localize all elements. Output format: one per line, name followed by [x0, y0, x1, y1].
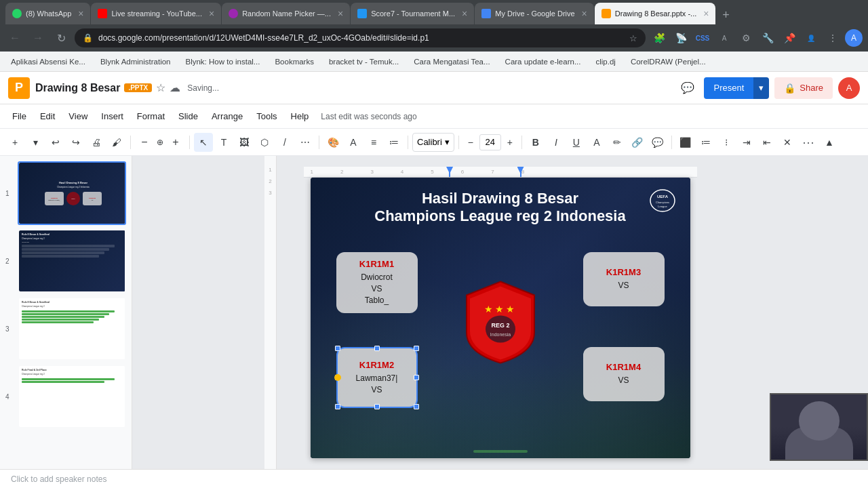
comment-button[interactable]: 💬	[648, 133, 667, 152]
more-options-button[interactable]: ⋯	[798, 135, 818, 150]
match-box-4[interactable]: K1R1M4 VS	[583, 347, 665, 401]
handle-tl[interactable]	[335, 346, 340, 351]
speaker-notes[interactable]: Click to add speaker notes	[0, 469, 868, 488]
menu-file[interactable]: File	[5, 108, 33, 124]
ext3-icon[interactable]: 🔧	[758, 28, 777, 47]
menu-tools[interactable]: Tools	[250, 108, 283, 124]
handle-mr[interactable]	[414, 375, 419, 380]
slide-4-thumb[interactable]: Rule Final & 3rd Place Champions League …	[18, 365, 126, 428]
forward-button[interactable]: →	[28, 28, 47, 47]
star-icon[interactable]: ☆	[156, 81, 165, 94]
zoom-out-button[interactable]: −	[135, 133, 154, 152]
bookmark-star-icon[interactable]: ☆	[629, 33, 637, 43]
yellow-corner-handle[interactable]	[334, 374, 341, 381]
back-button[interactable]: ←	[5, 28, 24, 47]
reload-button[interactable]: ↻	[52, 28, 71, 47]
format-clear-button[interactable]: ✕	[778, 133, 797, 152]
menu-slide[interactable]: Slide	[172, 108, 205, 124]
bold-button[interactable]: B	[526, 133, 545, 152]
share-button[interactable]: 🔒 Share	[774, 77, 833, 99]
content-area[interactable]: 123 12345678	[132, 156, 868, 469]
bookmark-absensi[interactable]: Aplikasi Absensi Ke...	[5, 56, 91, 67]
match-box-2[interactable]: K1R1M2 Lawman37| VS	[336, 347, 418, 408]
menu-dots-icon[interactable]: ⋮	[823, 28, 842, 47]
font-size-input[interactable]	[479, 134, 501, 150]
tab-picker-close[interactable]: ×	[338, 8, 343, 19]
menu-format[interactable]: Format	[130, 108, 172, 124]
ext2-icon[interactable]: ⚙	[736, 28, 755, 47]
zoom-in-button[interactable]: +	[166, 133, 185, 152]
paint-format-button[interactable]: 🖌	[107, 133, 126, 152]
present-button[interactable]: Present	[704, 77, 753, 99]
bookmark-bookmarks[interactable]: Bookmarks	[269, 56, 319, 67]
font-size-increase[interactable]: +	[502, 135, 517, 150]
link-button[interactable]: 🔗	[628, 133, 647, 152]
tab-score7[interactable]: Score7 - Tournament M... ×	[351, 3, 474, 24]
present-dropdown-button[interactable]: ▾	[753, 77, 769, 99]
tab-whatsapp[interactable]: (8) WhatsApp ×	[5, 3, 90, 24]
menu-insert[interactable]: Insert	[94, 108, 130, 124]
add-dropdown-button[interactable]: ▾	[26, 133, 45, 152]
text-color-u-button[interactable]: A	[587, 133, 606, 152]
handle-bm[interactable]	[374, 404, 380, 409]
tab-drive-close[interactable]: ×	[582, 8, 587, 19]
font-size-decrease[interactable]: −	[463, 135, 478, 150]
bookmark-cara1[interactable]: Cara Mengatasi Tea...	[408, 56, 495, 67]
print-button[interactable]: 🖨	[87, 133, 106, 152]
ext1-icon[interactable]: A	[715, 28, 734, 47]
tab-youtube[interactable]: Live streaming - YouTube... ×	[91, 3, 221, 24]
cloud-icon[interactable]: ☁	[170, 81, 180, 94]
menu-edit[interactable]: Edit	[33, 108, 62, 124]
address-bar[interactable]: 🔒 docs.google.com/presentation/d/12UWetD…	[75, 28, 646, 47]
extensions-icon[interactable]: 🧩	[650, 28, 669, 47]
comments-button[interactable]: 💬	[677, 77, 698, 99]
align-button[interactable]: ≡	[364, 133, 383, 152]
more-shapes-button[interactable]: ⋯	[296, 133, 315, 152]
outdent-button[interactable]: ⇤	[757, 133, 776, 152]
handle-bl[interactable]	[335, 404, 340, 409]
menu-view[interactable]: View	[62, 108, 94, 124]
bookmark-bracket[interactable]: bracket tv - Temuk...	[323, 56, 404, 67]
cursor-button[interactable]: ↖	[194, 133, 213, 152]
highlight-button[interactable]: ✏	[608, 133, 627, 152]
image-button[interactable]: 🖼	[235, 133, 254, 152]
tab-whatsapp-close[interactable]: ×	[78, 8, 83, 19]
font-selector[interactable]: Calibri ▾	[412, 133, 454, 152]
bulleted-list-button[interactable]: ⁝	[717, 133, 736, 152]
shapes-button[interactable]: ⬡	[255, 133, 274, 152]
tab-score7-close[interactable]: ×	[462, 8, 467, 19]
add-button[interactable]: +	[5, 133, 24, 152]
slide-2-thumb[interactable]: Rule 8 Besar & Semifinal Champions Leagu…	[18, 229, 126, 293]
italic-button[interactable]: I	[547, 133, 566, 152]
tab-picker[interactable]: Random Name Picker —... ×	[222, 3, 350, 24]
match-box-3[interactable]: K1R1M3 VS	[583, 252, 665, 306]
text-color-button[interactable]: A	[344, 133, 363, 152]
new-tab-button[interactable]: +	[716, 5, 735, 24]
tab-drawing[interactable]: Drawing 8 Besar.pptx -... ×	[595, 3, 716, 24]
handle-tr[interactable]	[414, 346, 419, 351]
bookmark-clipdj[interactable]: clip.dj	[590, 56, 620, 67]
profile-icon[interactable]: 👤	[802, 28, 821, 47]
slide-1-thumb[interactable]: Hasil Drawing 8 Besar Champions League r…	[18, 161, 126, 225]
tab-drive[interactable]: My Drive - Google Drive ×	[475, 3, 594, 24]
text-button[interactable]: T	[214, 133, 233, 152]
menu-help[interactable]: Help	[284, 108, 316, 124]
numbered-list-button[interactable]: ≔	[696, 133, 715, 152]
menu-arrange[interactable]: Arrange	[205, 108, 250, 124]
align-left-button[interactable]: ⬛	[676, 133, 695, 152]
redo-button[interactable]: ↪	[66, 133, 85, 152]
underline-button[interactable]: U	[567, 133, 586, 152]
indent-button[interactable]: ⇥	[737, 133, 756, 152]
slide-3-thumb[interactable]: Rule 8 Besar & Semifinal Champions Leagu…	[18, 297, 126, 361]
handle-br[interactable]	[414, 404, 419, 409]
rss-icon[interactable]: 📡	[671, 28, 690, 47]
bookmark-cara2[interactable]: Cara update e-learn...	[500, 56, 587, 67]
tab-drawing-close[interactable]: ×	[703, 8, 709, 19]
ext4-icon[interactable]: 📌	[780, 28, 799, 47]
css-icon[interactable]: CSS	[693, 28, 712, 47]
bullet-button[interactable]: ≔	[384, 133, 403, 152]
bookmark-blynk-how[interactable]: Blynk: How to instal...	[180, 56, 266, 67]
bookmark-coreldraw[interactable]: CorelDRAW (Penjel...	[625, 56, 711, 67]
match-box-1[interactable]: K1R1M1 Dwiocrot VS Tablo_	[336, 252, 418, 313]
user-avatar[interactable]: A	[838, 77, 860, 99]
